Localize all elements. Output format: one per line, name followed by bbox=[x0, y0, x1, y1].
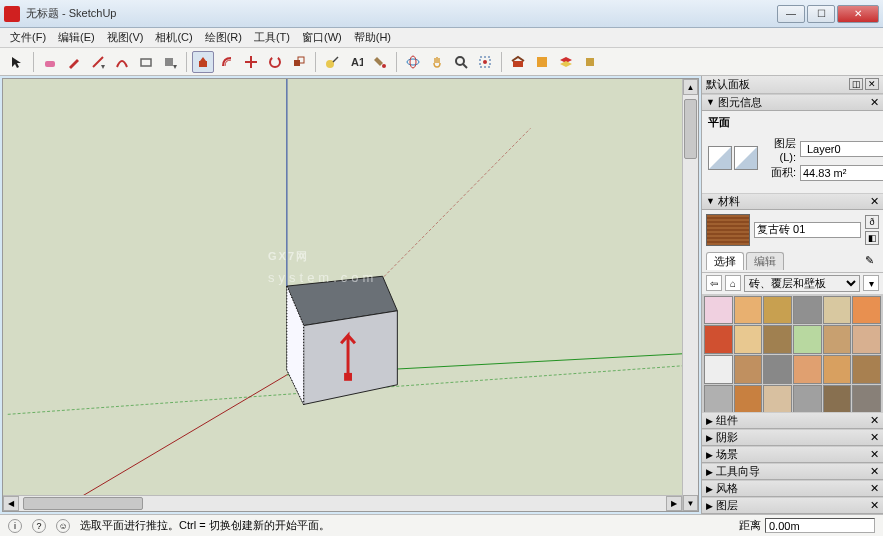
material-swatch[interactable] bbox=[734, 355, 763, 384]
status-info-icon[interactable]: i bbox=[8, 519, 22, 533]
section-close-icon[interactable]: ✕ bbox=[870, 499, 879, 512]
section-close-icon[interactable]: ✕ bbox=[870, 482, 879, 495]
face-swatches[interactable] bbox=[708, 146, 758, 170]
front-face-swatch[interactable] bbox=[708, 146, 732, 170]
zoom-extents-icon[interactable] bbox=[474, 51, 496, 73]
material-swatch[interactable] bbox=[793, 385, 822, 412]
material-category-select[interactable]: 砖、覆层和壁板 bbox=[744, 275, 860, 292]
eraser-icon[interactable] bbox=[39, 51, 61, 73]
material-swatch[interactable] bbox=[704, 355, 733, 384]
rect-icon[interactable] bbox=[135, 51, 157, 73]
tray-close-icon[interactable]: ✕ bbox=[865, 78, 879, 90]
maximize-button[interactable]: ☐ bbox=[807, 5, 835, 23]
material-swatch[interactable] bbox=[823, 385, 852, 412]
material-home-icon[interactable]: ⌂ bbox=[725, 275, 741, 291]
material-swatch[interactable] bbox=[763, 355, 792, 384]
material-swatch[interactable] bbox=[734, 325, 763, 354]
rotate-icon[interactable] bbox=[264, 51, 286, 73]
select-icon[interactable] bbox=[6, 51, 28, 73]
section-materials[interactable]: ▼ 材料 ✕ bbox=[702, 193, 883, 210]
pan-icon[interactable] bbox=[426, 51, 448, 73]
pencil-icon[interactable] bbox=[63, 51, 85, 73]
section-close-icon[interactable]: ✕ bbox=[870, 448, 879, 461]
section-close-icon[interactable]: ✕ bbox=[870, 465, 879, 478]
text-icon[interactable]: A1 bbox=[345, 51, 367, 73]
menu-camera[interactable]: 相机(C) bbox=[149, 28, 198, 47]
zoom-icon[interactable] bbox=[450, 51, 472, 73]
material-create-icon[interactable]: ð bbox=[865, 215, 879, 229]
viewport[interactable]: GX7网 system.com ▲ ▼ ◀ ▶ bbox=[2, 78, 699, 512]
material-swatch[interactable] bbox=[793, 325, 822, 354]
scroll-up-icon[interactable]: ▲ bbox=[683, 79, 698, 95]
material-swatch[interactable] bbox=[704, 325, 733, 354]
scroll-thumb-v[interactable] bbox=[684, 99, 697, 159]
orbit-icon[interactable] bbox=[402, 51, 424, 73]
material-swatch[interactable] bbox=[704, 385, 733, 412]
scrollbar-horizontal[interactable]: ◀ ▶ bbox=[3, 495, 682, 511]
scale-icon[interactable] bbox=[288, 51, 310, 73]
section-close-icon[interactable]: ✕ bbox=[870, 96, 879, 109]
material-preview[interactable] bbox=[706, 214, 750, 246]
line-dropdown-icon[interactable] bbox=[87, 51, 109, 73]
menu-tools[interactable]: 工具(T) bbox=[248, 28, 296, 47]
sample-paint-icon[interactable]: ✎ bbox=[865, 254, 879, 268]
material-swatch[interactable] bbox=[823, 355, 852, 384]
section-工具向导[interactable]: ▶工具向导✕ bbox=[702, 463, 883, 480]
distance-input[interactable] bbox=[765, 518, 875, 533]
material-swatch[interactable] bbox=[734, 385, 763, 412]
move-icon[interactable] bbox=[240, 51, 262, 73]
scrollbar-vertical[interactable]: ▲ ▼ bbox=[682, 79, 698, 511]
section-close-icon[interactable]: ✕ bbox=[870, 195, 879, 208]
close-button[interactable]: ✕ bbox=[837, 5, 879, 23]
scroll-left-icon[interactable]: ◀ bbox=[3, 496, 19, 511]
material-back-icon[interactable]: ⇦ bbox=[706, 275, 722, 291]
status-user-icon[interactable]: ☺ bbox=[56, 519, 70, 533]
warehouse-icon[interactable] bbox=[507, 51, 529, 73]
section-entity-info[interactable]: ▼ 图元信息 ✕ bbox=[702, 94, 883, 111]
layers-icon[interactable] bbox=[555, 51, 577, 73]
material-swatch[interactable] bbox=[763, 385, 792, 412]
scroll-right-icon[interactable]: ▶ bbox=[666, 496, 682, 511]
menu-draw[interactable]: 绘图(R) bbox=[199, 28, 248, 47]
layer-select[interactable]: Layer0 bbox=[800, 141, 883, 157]
material-swatch[interactable] bbox=[823, 296, 852, 325]
material-swatch[interactable] bbox=[734, 296, 763, 325]
shapes-dropdown-icon[interactable] bbox=[159, 51, 181, 73]
material-swatch[interactable] bbox=[763, 325, 792, 354]
section-风格[interactable]: ▶风格✕ bbox=[702, 480, 883, 497]
arc-icon[interactable] bbox=[111, 51, 133, 73]
section-close-icon[interactable]: ✕ bbox=[870, 414, 879, 427]
section-场景[interactable]: ▶场景✕ bbox=[702, 446, 883, 463]
tray-pin-icon[interactable]: ◫ bbox=[849, 78, 863, 90]
section-图层[interactable]: ▶图层✕ bbox=[702, 497, 883, 514]
minimize-button[interactable]: — bbox=[777, 5, 805, 23]
scroll-down-icon[interactable]: ▼ bbox=[683, 495, 698, 511]
material-swatch[interactable] bbox=[852, 296, 881, 325]
material-swatch[interactable] bbox=[852, 325, 881, 354]
menu-window[interactable]: 窗口(W) bbox=[296, 28, 348, 47]
back-face-swatch[interactable] bbox=[734, 146, 758, 170]
menu-view[interactable]: 视图(V) bbox=[101, 28, 150, 47]
material-swatch[interactable] bbox=[704, 296, 733, 325]
tape-icon[interactable] bbox=[321, 51, 343, 73]
material-swatch[interactable] bbox=[763, 296, 792, 325]
tab-edit[interactable]: 编辑 bbox=[746, 252, 784, 270]
material-swatch[interactable] bbox=[823, 325, 852, 354]
extensions-icon[interactable] bbox=[531, 51, 553, 73]
material-menu-icon[interactable]: ▾ bbox=[863, 275, 879, 291]
material-swatch[interactable] bbox=[793, 296, 822, 325]
menu-help[interactable]: 帮助(H) bbox=[348, 28, 397, 47]
material-swatch[interactable] bbox=[793, 355, 822, 384]
offset-icon[interactable] bbox=[216, 51, 238, 73]
pushpull-icon[interactable] bbox=[192, 51, 214, 73]
material-swatch[interactable] bbox=[852, 355, 881, 384]
section-组件[interactable]: ▶组件✕ bbox=[702, 412, 883, 429]
tab-select[interactable]: 选择 bbox=[706, 252, 744, 270]
status-help-icon[interactable]: ? bbox=[32, 519, 46, 533]
scroll-thumb-h[interactable] bbox=[23, 497, 143, 510]
material-swatch[interactable] bbox=[852, 385, 881, 412]
menu-file[interactable]: 文件(F) bbox=[4, 28, 52, 47]
outliner-icon[interactable] bbox=[579, 51, 601, 73]
menu-edit[interactable]: 编辑(E) bbox=[52, 28, 101, 47]
paint-icon[interactable] bbox=[369, 51, 391, 73]
